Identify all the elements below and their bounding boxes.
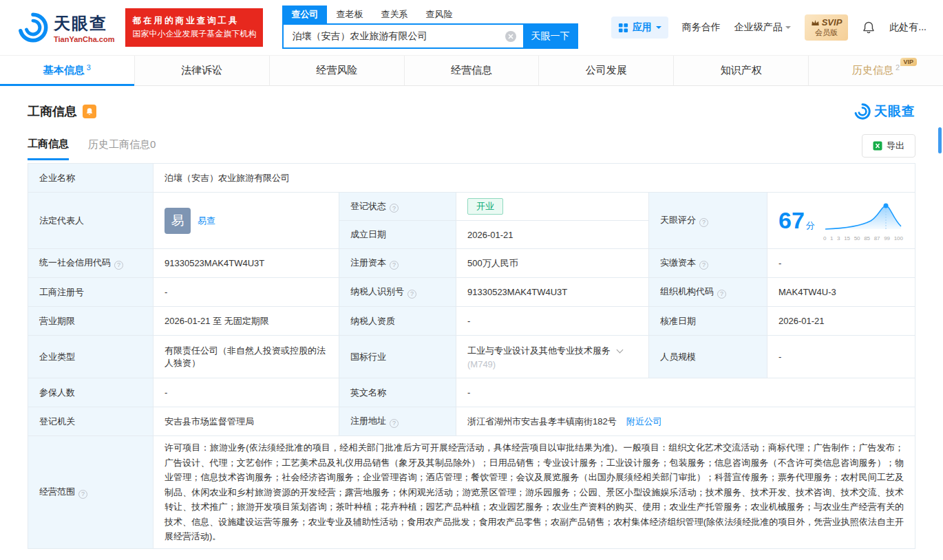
field-label: 登记机关 [39, 416, 75, 427]
svip-badge[interactable]: SVIP 会员版 [805, 14, 849, 41]
field-value: 91330523MAK4TW4U3T [165, 258, 264, 268]
field-value: 2026-01-21 至 无固定期限 [165, 316, 269, 326]
axis-tick: 1 [830, 235, 833, 241]
field-label: 登记状态 [350, 201, 386, 211]
nav-tab-label: 经营信息 [451, 64, 492, 77]
axis-tick: 85 [864, 235, 870, 241]
chevron-down-icon [785, 26, 791, 32]
field-label: 统一社会信用代码 [39, 257, 111, 268]
field-label: 成立日期 [350, 229, 386, 239]
score-axis: 0 1 3 15 50 85 87 99 100 [823, 235, 904, 241]
nav-tab-operation-info[interactable]: 经营信息 [404, 56, 539, 85]
nav-tab-company-development[interactable]: 公司发展 [538, 56, 673, 85]
field-label: 实缴资本 [660, 257, 696, 268]
tab-history-business-info[interactable]: 历史工商信息0 [88, 138, 156, 159]
field-label: 纳税人资质 [350, 316, 395, 326]
field-value: - [467, 387, 470, 398]
banner-line2: 国家中小企业发展子基金旗下机构 [132, 28, 256, 41]
table-row: 登记机关 安吉县市场监督管理局 注册地址? 浙江省湖州市安吉县孝丰镇南街182号… [28, 407, 915, 436]
business-scope-value: 许可项目：旅游业务(依法须经批准的项目，经相关部门批准后方可开展经营活动，具体经… [165, 442, 904, 541]
company-name-value: 泊壤（安吉）农业旅游有限公司 [165, 173, 290, 183]
nav-tab-operation-risk[interactable]: 经营风险 [269, 56, 404, 85]
axis-tick: 50 [854, 235, 860, 241]
search-tab-company[interactable]: 查公司 [282, 6, 327, 23]
field-value: 有限责任公司（非自然人投资或控股的法人独资） [165, 345, 326, 368]
tianyan-score[interactable]: 67分 [778, 207, 815, 234]
address-value: 浙江省湖州市安吉县孝丰镇南街182号 [467, 416, 617, 427]
section-title: 工商信息 [28, 103, 77, 120]
table-row: 工商注册号 - 纳税人识别号? 91330523MAK4TW4U3T 组织机构代… [28, 278, 915, 307]
search-tab-risk[interactable]: 查风险 [416, 6, 461, 23]
user-name[interactable]: 此处有... [889, 21, 926, 34]
search-button[interactable]: 天眼一下 [523, 25, 577, 47]
field-value: 500万人民币 [467, 258, 518, 268]
export-button[interactable]: 导出 [862, 134, 915, 158]
field-label: 企业类型 [39, 352, 75, 362]
industry-code: (M749) [467, 359, 637, 369]
table-row: 统一社会信用代码? 91330523MAK4TW4U3T 注册资本? 500万人… [28, 249, 915, 278]
industry-value: 工业与专业设计及其他专业技术服务 [467, 345, 611, 356]
nav-tab-label: 法律诉讼 [181, 64, 222, 77]
nearby-companies-link[interactable]: 附近公司 [626, 416, 662, 427]
table-row: 企业名称 泊壤（安吉）农业旅游有限公司 [28, 164, 915, 193]
table-row: 法定代表人 易 易查 登记状态? 开业 天眼评分? [28, 193, 915, 221]
chevron-down-icon[interactable] [617, 346, 624, 353]
search-tab-boss[interactable]: 查老板 [327, 6, 372, 23]
help-icon[interactable]: ? [390, 261, 399, 270]
help-icon[interactable]: ? [78, 490, 87, 499]
help-icon[interactable]: ? [699, 218, 708, 227]
chevron-down-icon [656, 26, 661, 32]
axis-tick: 87 [874, 235, 880, 241]
help-icon[interactable]: ? [699, 261, 708, 270]
logo-swirl-icon [854, 103, 871, 120]
watermark-text: 天眼查 [874, 103, 915, 120]
notification-bell-icon[interactable] [862, 21, 876, 34]
business-info-table: 企业名称 泊壤（安吉）农业旅游有限公司 法定代表人 易 易查 登记状态? 开业 … [28, 163, 915, 549]
axis-tick: 3 [837, 235, 840, 241]
field-value: 91330523MAK4TW4U3T [467, 287, 567, 297]
tab-business-info[interactable]: 工商信息 [28, 138, 69, 160]
legal-rep-link[interactable]: 易查 [198, 215, 215, 227]
excel-icon [873, 141, 882, 151]
help-icon[interactable]: ? [717, 290, 726, 299]
table-row: 经营范围? 许可项目：旅游业务(依法须经批准的项目，经相关部门批准后方可开展经营… [28, 436, 915, 549]
clear-icon[interactable] [505, 31, 516, 42]
help-icon[interactable]: ? [407, 290, 416, 299]
field-label: 法定代表人 [39, 215, 84, 226]
field-value: 2026-01-21 [778, 316, 825, 326]
main-content: 工商信息 天眼查 工商信息 历史工商信息0 [0, 103, 943, 549]
field-label: 经营范围 [39, 486, 75, 497]
field-label: 工商注册号 [39, 287, 84, 297]
status-badge: 开业 [467, 198, 503, 215]
help-icon[interactable]: ? [390, 419, 399, 428]
avatar[interactable]: 易 [165, 208, 191, 234]
nav-tab-history-info[interactable]: 历史信息2 VIP [808, 56, 943, 85]
crown-icon [811, 19, 820, 26]
banner-line1: 都在用的商业查询工具 [132, 14, 256, 28]
search-tab-relation[interactable]: 查关系 [372, 6, 416, 23]
help-icon[interactable]: ? [390, 204, 399, 213]
field-label: 企业名称 [39, 173, 75, 183]
top-header: 天眼查 TianYanCha.com 都在用的商业查询工具 国家中小企业发展子基… [0, 0, 943, 55]
nav-tab-count: 2 [896, 63, 900, 72]
grid-icon [618, 23, 628, 33]
logo-text-en: TianYanCha.com [54, 35, 114, 43]
nav-tab-label: 知识产权 [721, 64, 762, 77]
menu-cooperation[interactable]: 商务合作 [682, 21, 721, 34]
nav-tab-basic-info[interactable]: 基本信息3 [0, 56, 134, 85]
search-input[interactable] [284, 31, 505, 42]
scrollbar-thumb[interactable] [938, 127, 942, 153]
nav-tab-intellectual-property[interactable]: 知识产权 [673, 56, 808, 85]
nav-tab-label: 历史信息 [852, 64, 893, 77]
field-value: - [165, 287, 167, 297]
nav-tab-legal[interactable]: 法律诉讼 [134, 56, 269, 85]
apps-menu[interactable]: 应用 [611, 17, 668, 39]
menu-enterprise-products[interactable]: 企业级产品 [734, 21, 791, 34]
vip-badge: VIP [900, 58, 918, 66]
tianyancha-logo[interactable]: 天眼查 TianYanCha.com [18, 12, 114, 43]
help-icon[interactable]: ? [114, 261, 123, 270]
axis-tick: 0 [823, 235, 826, 241]
subscribe-bell-icon[interactable] [83, 105, 96, 118]
table-row: 营业期限 2026-01-21 至 无固定期限 纳税人资质 - 核准日期 202… [28, 307, 915, 336]
table-row: 参保人数 - 英文名称 - [28, 378, 915, 407]
